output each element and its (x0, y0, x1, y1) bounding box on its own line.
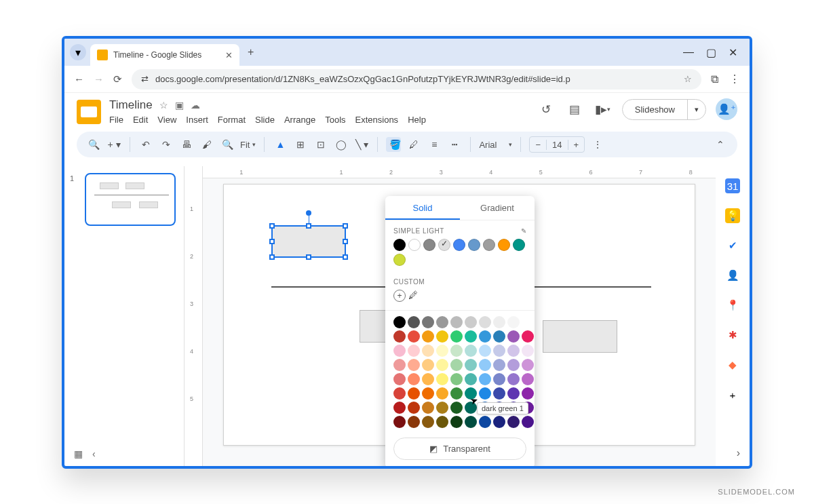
bookmark-icon[interactable]: ☆ (684, 74, 692, 84)
color-swatch[interactable] (408, 416, 420, 428)
color-swatch[interactable] (479, 359, 491, 371)
shape-box[interactable] (543, 320, 617, 353)
grid-view-icon[interactable]: ▦ (74, 448, 83, 459)
tab-gradient[interactable]: Gradient (460, 196, 535, 220)
color-swatch[interactable] (408, 387, 420, 400)
color-swatch[interactable] (507, 345, 520, 357)
font-size-decrease[interactable]: − (530, 140, 546, 150)
font-size-value[interactable]: 14 (546, 140, 568, 150)
history-icon[interactable]: ↺ (537, 100, 556, 119)
color-swatch[interactable] (479, 330, 491, 343)
color-swatch[interactable] (393, 402, 406, 414)
redo-icon[interactable]: ↷ (159, 139, 174, 150)
meet-icon[interactable]: ▮▸▾ (594, 100, 613, 119)
color-swatch[interactable] (436, 330, 448, 343)
star-icon[interactable]: ☆ (159, 100, 168, 111)
menu-help[interactable]: Help (408, 115, 426, 125)
font-select[interactable]: Arial ▾ (479, 140, 512, 150)
slideshow-dropdown-icon[interactable]: ▾ (688, 100, 705, 119)
color-swatch[interactable] (422, 373, 434, 385)
menu-insert[interactable]: Insert (186, 115, 208, 125)
color-swatch[interactable] (450, 359, 463, 371)
color-swatch[interactable] (408, 373, 420, 385)
get-addons-icon[interactable]: + (725, 387, 740, 402)
side-panel-toggle-icon[interactable]: › (737, 447, 740, 459)
color-swatch[interactable] (522, 345, 534, 357)
eyedropper-icon[interactable]: 🖉 (408, 290, 418, 302)
color-swatch[interactable] (393, 416, 406, 428)
color-swatch[interactable] (479, 316, 491, 328)
collapse-toolbar-icon[interactable]: ⌃ (713, 139, 728, 150)
color-swatch[interactable] (422, 345, 434, 357)
color-swatch[interactable] (493, 316, 505, 328)
slideshow-label[interactable]: Slideshow (623, 100, 688, 119)
color-swatch[interactable] (522, 416, 534, 428)
color-swatch[interactable] (393, 345, 406, 357)
color-swatch[interactable] (479, 345, 491, 357)
color-swatch[interactable] (422, 359, 434, 371)
url-input[interactable]: ⇄ docs.google.com/presentation/d/1ZN8Ks_… (132, 69, 701, 90)
document-title[interactable]: Timeline (109, 98, 153, 112)
cloud-status-icon[interactable]: ☁ (191, 100, 200, 111)
color-swatch[interactable] (436, 359, 448, 371)
theme-color-swatch[interactable] (498, 239, 510, 251)
color-swatch[interactable] (465, 416, 477, 428)
color-swatch[interactable] (522, 330, 534, 343)
color-swatch[interactable] (408, 345, 420, 357)
color-swatch[interactable] (493, 373, 505, 385)
new-slide-icon[interactable]: + ▾ (106, 139, 121, 150)
color-swatch[interactable] (450, 387, 463, 400)
color-swatch[interactable] (479, 387, 491, 400)
color-swatch[interactable] (393, 359, 406, 371)
textbox-icon[interactable]: ⊞ (293, 139, 308, 150)
color-swatch[interactable] (507, 373, 520, 385)
theme-color-swatch[interactable] (453, 239, 465, 251)
border-dash-icon[interactable]: ┅ (447, 139, 462, 150)
theme-color-swatch[interactable] (483, 239, 495, 251)
image-icon[interactable]: ⊡ (313, 139, 328, 150)
zoom-select[interactable]: Fit ▾ (240, 140, 256, 150)
more-tools-icon[interactable]: ⋮ (590, 139, 605, 150)
selected-shape[interactable] (271, 225, 346, 258)
color-swatch[interactable] (522, 373, 534, 385)
line-icon[interactable]: ╲ ▾ (354, 139, 369, 150)
font-size-increase[interactable]: + (568, 140, 585, 150)
select-tool-icon[interactable]: ▲ (273, 139, 288, 150)
color-swatch[interactable] (465, 345, 477, 357)
border-weight-icon[interactable]: ≡ (427, 139, 442, 150)
color-swatch[interactable] (450, 402, 463, 414)
contacts-icon[interactable]: 👤 (725, 268, 740, 283)
theme-color-swatch[interactable] (393, 239, 406, 251)
color-swatch[interactable] (479, 373, 491, 385)
menu-file[interactable]: File (109, 115, 123, 125)
zoom-icon[interactable]: 🔍 (220, 139, 235, 150)
menu-extensions[interactable]: Extensions (355, 115, 399, 125)
addon2-icon[interactable]: ◆ (725, 357, 740, 372)
color-swatch[interactable] (450, 416, 463, 428)
slides-logo-icon[interactable] (77, 100, 101, 124)
calendar-icon[interactable]: 31 (725, 178, 740, 193)
color-swatch[interactable] (393, 387, 406, 400)
color-swatch[interactable] (408, 316, 420, 328)
minimize-icon[interactable]: — (683, 46, 694, 59)
slideshow-button[interactable]: Slideshow ▾ (622, 99, 706, 120)
color-swatch[interactable] (507, 387, 520, 400)
theme-color-swatch[interactable] (438, 239, 450, 251)
new-tab-button[interactable]: + (248, 46, 254, 58)
color-swatch[interactable] (436, 373, 448, 385)
color-swatch[interactable] (465, 330, 477, 343)
color-swatch[interactable] (408, 330, 420, 343)
color-swatch[interactable] (408, 402, 420, 414)
keep-icon[interactable]: 💡 (725, 208, 740, 223)
color-swatch[interactable] (522, 359, 534, 371)
maximize-icon[interactable]: ▢ (706, 46, 716, 59)
color-swatch[interactable] (493, 416, 505, 428)
color-swatch[interactable] (436, 402, 448, 414)
color-swatch[interactable] (422, 387, 434, 400)
maps-icon[interactable]: 📍 (725, 298, 740, 313)
color-swatch[interactable] (507, 359, 520, 371)
tab-search-icon[interactable]: ▾ (70, 44, 86, 60)
color-swatch[interactable] (422, 330, 434, 343)
menu-tools[interactable]: Tools (325, 115, 345, 125)
color-swatch[interactable] (465, 359, 477, 371)
